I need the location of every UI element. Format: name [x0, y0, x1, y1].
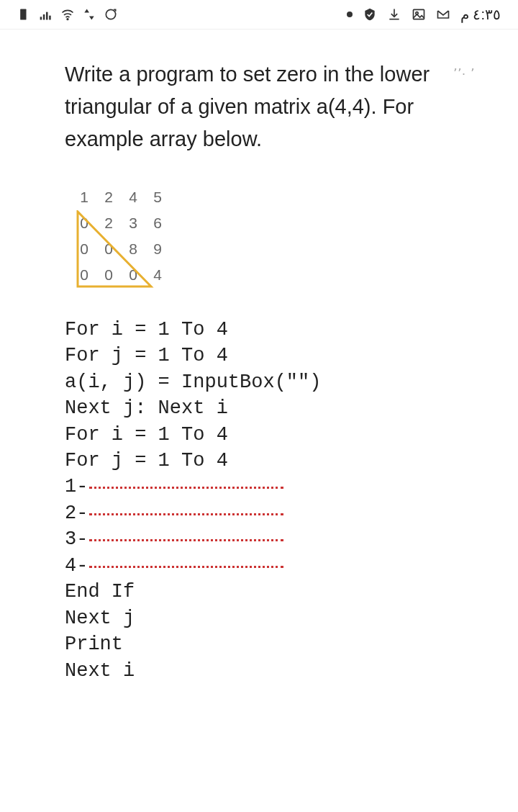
status-bar: ٤:٣٥ م: [0, 0, 518, 29]
svg-rect-0: [20, 9, 26, 20]
blank-line-4[interactable]: 4-: [65, 553, 482, 579]
code-line: Next j: Next i: [65, 395, 482, 421]
clock: ٤:٣٥ م: [460, 6, 501, 23]
matrix-row: 0 0 0 4: [72, 262, 170, 288]
signal-icon: [39, 7, 53, 22]
svg-rect-6: [413, 9, 424, 19]
matrix-cell: 3: [121, 210, 145, 236]
matrix-cell: 0: [72, 210, 96, 236]
check-shield-icon: [363, 7, 377, 22]
matrix-row: 0 0 8 9: [72, 236, 170, 262]
blank-dotted-icon: [89, 565, 283, 568]
loop-icon: [104, 7, 118, 22]
matrix-row: 0 2 3 6: [72, 210, 170, 236]
matrix-cell: 2: [96, 210, 121, 236]
matrix-cell: 0: [72, 236, 96, 262]
blank-label: 1-: [65, 474, 88, 500]
blank-label: 2-: [65, 500, 88, 526]
blank-line-2[interactable]: 2-: [65, 500, 482, 526]
matrix-cell: 0: [96, 236, 121, 262]
matrix-cell: 2: [96, 184, 121, 210]
matrix-cell: 4: [121, 184, 145, 210]
matrix-cell: 8: [121, 236, 145, 262]
matrix-row: 1 2 4 5: [72, 184, 170, 210]
matrix-example: 1 2 4 5 0 2 3 6 0 0 8 9 0 0 0 4: [72, 184, 180, 288]
code-block: For i = 1 To 4 For j = 1 To 4 a(i, j) = …: [65, 317, 482, 684]
svg-rect-2: [43, 14, 45, 20]
picture-icon: [412, 7, 426, 22]
svg-rect-3: [46, 12, 48, 20]
blank-dotted-icon: [89, 538, 283, 541]
code-line: For i = 1 To 4: [65, 422, 482, 448]
blank-line-1[interactable]: 1-: [65, 474, 482, 500]
svg-rect-1: [40, 17, 42, 19]
matrix-cell: 4: [145, 262, 170, 288]
code-line: Print: [65, 631, 482, 657]
code-line: End If: [65, 579, 482, 605]
dot-icon: [347, 12, 353, 17]
blank-dotted-icon: [89, 513, 283, 515]
code-line: For j = 1 To 4: [65, 343, 482, 369]
code-line: a(i, j) = InputBox(""): [65, 369, 482, 395]
code-line: Next j: [65, 605, 482, 631]
code-line: For i = 1 To 4: [65, 317, 482, 343]
updown-icon: [82, 7, 96, 22]
status-left: [17, 7, 118, 22]
matrix-cell: 1: [72, 184, 96, 210]
top-right-deco: ٬ ·٬٬: [453, 66, 475, 81]
code-line: For j = 1 To 4: [65, 448, 482, 474]
gmail-icon: [436, 7, 450, 22]
sim-icon: [17, 7, 32, 22]
download-icon: [387, 7, 401, 22]
blank-label: 4-: [65, 553, 88, 579]
blank-label: 3-: [65, 526, 88, 552]
content-area: ٬ ·٬٬ Write a program to set zero in the…: [0, 29, 518, 812]
wifi-icon: [60, 7, 75, 22]
matrix-cell: 0: [72, 262, 96, 288]
code-line: Next i: [65, 658, 482, 684]
question-text: Write a program to set zero in the lower…: [65, 58, 482, 155]
matrix-cell: 0: [96, 262, 121, 288]
matrix-cell: 5: [145, 184, 170, 210]
blank-dotted-icon: [89, 486, 283, 489]
status-right: ٤:٣٥ م: [347, 6, 501, 23]
matrix-table: 1 2 4 5 0 2 3 6 0 0 8 9 0 0 0 4: [72, 184, 170, 288]
svg-rect-4: [49, 16, 51, 20]
matrix-cell: 0: [121, 262, 145, 288]
svg-point-5: [67, 19, 68, 20]
blank-line-3[interactable]: 3-: [65, 526, 482, 552]
matrix-cell: 9: [145, 236, 170, 262]
matrix-cell: 6: [145, 210, 170, 236]
